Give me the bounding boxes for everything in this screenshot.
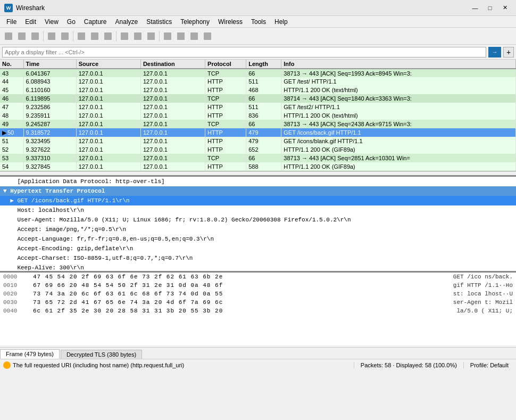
display-filter-input[interactable]: [2, 47, 486, 57]
col-info[interactable]: Info: [281, 60, 516, 69]
packet-row[interactable]: 47 9.232586 127.0.0.1 127.0.0.1 HTTP 511…: [0, 103, 516, 111]
menubar-item-wireless[interactable]: Wireless: [214, 17, 247, 27]
menubar-item-telephony[interactable]: Telephony: [176, 17, 214, 27]
bytes-ascii: gif HTTP /1.1··Ho: [453, 281, 513, 290]
col-source[interactable]: Source: [76, 60, 140, 69]
toolbar-find-button[interactable]: [59, 30, 71, 43]
svg-rect-2: [31, 32, 39, 40]
cell-no: 44: [0, 77, 23, 86]
bottom-tab[interactable]: Decrypted TLS (380 bytes): [61, 350, 142, 359]
cell-info: GET /test2/ HTTP/1.1: [281, 103, 516, 111]
cell-len: 66: [246, 120, 281, 128]
col-time[interactable]: Time: [23, 60, 76, 69]
detail-line[interactable]: ▼ Hypertext Transfer Protocol: [0, 186, 516, 196]
maximize-button[interactable]: □: [483, 3, 497, 13]
cell-source: 127.0.0.1: [76, 162, 140, 171]
packet-list-pane[interactable]: No. Time Source Destination Protocol Len…: [0, 60, 516, 177]
cell-no: 54: [0, 162, 23, 171]
menubar-item-tools[interactable]: Tools: [247, 17, 270, 27]
cell-len: 652: [246, 145, 281, 154]
status-indicator: [3, 361, 11, 369]
packet-row[interactable]: 48 9.235911 127.0.0.1 127.0.0.1 HTTP 836…: [0, 111, 516, 120]
cell-no: 51: [0, 137, 23, 145]
minimize-button[interactable]: —: [468, 3, 482, 13]
col-no[interactable]: No.: [0, 60, 23, 69]
bytes-content: 0000 47 45 54 20 2f 69 63 6f 6e 73 2f 62…: [0, 273, 516, 315]
packet-row[interactable]: 44 6.088943 127.0.0.1 127.0.0.1 HTTP 511…: [0, 77, 516, 86]
svg-rect-13: [190, 32, 198, 40]
menubar-item-analyze[interactable]: Analyze: [111, 17, 143, 27]
cell-len: 479: [246, 137, 281, 145]
menubar-item-view[interactable]: View: [40, 17, 63, 27]
cell-no: 45: [0, 86, 23, 94]
packet-row[interactable]: 43 6.041367 127.0.0.1 127.0.0.1 TCP 66 3…: [0, 69, 516, 77]
menubar-item-file[interactable]: File: [2, 17, 21, 27]
packet-row[interactable]: 46 6.119895 127.0.0.1 127.0.0.1 TCP 66 3…: [0, 94, 516, 103]
detail-line: Accept: image/png,*/*;q=0.5\r\n: [0, 225, 516, 234]
menubar-item-help[interactable]: Help: [270, 17, 292, 27]
cell-proto: TCP: [205, 154, 246, 162]
cell-dest: 127.0.0.1: [140, 154, 205, 162]
toolbar-separator: [43, 31, 44, 42]
col-destination[interactable]: Destination: [140, 60, 205, 69]
cell-dest: 127.0.0.1: [140, 128, 205, 137]
toolbar-scroll-up-button[interactable]: [131, 30, 144, 43]
cell-no: 47: [0, 103, 23, 111]
bottom-tab[interactable]: Frame (479 bytes): [0, 349, 60, 359]
packet-row[interactable]: 53 9.337310 127.0.0.1 127.0.0.1 TCP 66 3…: [0, 154, 516, 162]
detail-line[interactable]: ▶ GET /icons/back.gif HTTP/1.1\r\n: [0, 196, 516, 205]
packet-row[interactable]: 45 6.110160 127.0.0.1 127.0.0.1 HTTP 468…: [0, 86, 516, 94]
close-button[interactable]: ✕: [498, 3, 512, 13]
bytes-hex: 67 69 66 20 48 54 54 50 2f 31 2e 31 0d 0…: [33, 281, 445, 290]
status-packets: Packets: 58 · Displayed: 58 (100.0%): [354, 362, 464, 368]
toolbar-stop-button[interactable]: [102, 30, 114, 43]
cell-info: GET /icons/back.gif HTTP/1.1: [281, 128, 516, 137]
toolbar-close-button[interactable]: [29, 30, 41, 43]
menubar-item-edit[interactable]: Edit: [21, 17, 40, 27]
bytes-offset: 0010: [3, 281, 24, 290]
col-length[interactable]: Length: [246, 60, 281, 69]
filter-apply-button[interactable]: →: [488, 47, 501, 57]
cell-time: 9.323495: [23, 137, 76, 145]
bytes-hex: 73 74 3a 20 6c 6f 63 61 6c 68 6f 73 74 0…: [33, 290, 445, 298]
packet-detail-pane[interactable]: [Application Data Protocol: http-over-tl…: [0, 177, 516, 273]
packet-row[interactable]: 52 9.327622 127.0.0.1 127.0.0.1 HTTP 652…: [0, 145, 516, 154]
toolbar-scroll-down-button[interactable]: [118, 30, 131, 43]
filter-add-button[interactable]: +: [503, 47, 514, 57]
menubar-item-go[interactable]: Go: [63, 17, 80, 27]
menubar-item-capture[interactable]: Capture: [80, 17, 111, 27]
packet-row[interactable]: 49 9.245287 127.0.0.1 127.0.0.1 TCP 66 3…: [0, 120, 516, 128]
bottom-tabs: Frame (479 bytes)Decrypted TLS (380 byte…: [0, 347, 516, 359]
bytes-row: 0030 73 65 72 2d 41 67 65 6e 74 3a 20 4d…: [0, 298, 516, 307]
bytes-offset: 0040: [3, 307, 24, 315]
window-title: Wireshark: [16, 4, 468, 12]
cell-proto: HTTP: [205, 137, 246, 145]
toolbar-open-button[interactable]: [2, 30, 15, 43]
cell-time: 6.110160: [23, 86, 76, 94]
toolbar-reload-button[interactable]: [45, 30, 58, 43]
cell-proto: HTTP: [205, 77, 246, 86]
toolbar-scroll-auto-button[interactable]: [145, 30, 157, 43]
packet-row[interactable]: 51 9.323495 127.0.0.1 127.0.0.1 HTTP 479…: [0, 137, 516, 145]
toolbar-save-button[interactable]: [15, 30, 28, 43]
packet-row[interactable]: ▶50 9.318572 127.0.0.1 127.0.0.1 HTTP 47…: [0, 128, 516, 137]
packet-table-header: No. Time Source Destination Protocol Len…: [0, 60, 516, 69]
cell-len: 479: [246, 128, 281, 137]
toolbar-forward-button[interactable]: [88, 30, 101, 43]
toolbar-zoom-in-button[interactable]: [161, 30, 174, 43]
cell-no: 46: [0, 94, 23, 103]
toolbar-back-button[interactable]: [75, 30, 88, 43]
cell-dest: 127.0.0.1: [140, 77, 205, 86]
cell-dest: 127.0.0.1: [140, 137, 205, 145]
toolbar-zoom-out-button[interactable]: [174, 30, 187, 43]
cell-len: 468: [246, 86, 281, 94]
toolbar-zoom-reset-button[interactable]: [188, 30, 201, 43]
toolbar-columns-button[interactable]: [201, 30, 214, 43]
cell-proto: HTTP: [205, 103, 246, 111]
packet-row[interactable]: 54 9.327845 127.0.0.1 127.0.0.1 HTTP 588…: [0, 162, 516, 171]
menubar-item-statistics[interactable]: Statistics: [142, 17, 176, 27]
bytes-ascii: la/5.0 ( X11; U;: [456, 307, 513, 315]
cell-dest: 127.0.0.1: [140, 94, 205, 103]
packet-bytes-pane[interactable]: 0000 47 45 54 20 2f 69 63 6f 6e 73 2f 62…: [0, 273, 516, 345]
col-protocol[interactable]: Protocol: [205, 60, 246, 69]
